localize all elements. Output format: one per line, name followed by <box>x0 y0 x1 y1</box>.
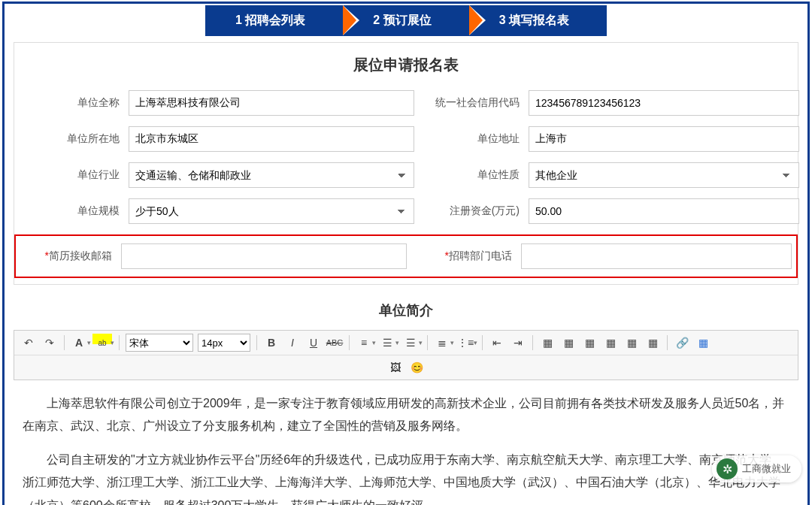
link-button[interactable]: 🔗 <box>672 334 692 352</box>
bold-button[interactable]: B <box>262 334 281 352</box>
italic-button[interactable]: I <box>283 334 302 352</box>
toolbar-separator <box>119 335 120 350</box>
image-button[interactable]: 🖼 <box>386 358 405 376</box>
outdent-button[interactable]: ⇤ <box>487 334 507 352</box>
intro-paragraph-2: 公司自主研发的"才立方就业协作云平台"历经6年的升级迭代，已成功应用于东南大学、… <box>23 449 789 505</box>
label-location: 单位所在地 <box>23 132 129 146</box>
page-container: 1 招聘会列表 2 预订展位 3 填写报名表 展位申请报名表 单位全称 统一社会… <box>2 2 810 505</box>
align-left-button[interactable]: ≡ <box>354 334 374 352</box>
label-company-name: 单位全称 <box>23 96 129 110</box>
intro-title: 单位简介 <box>5 301 807 319</box>
toolbar-separator <box>532 335 533 350</box>
font-size-select[interactable]: 14px <box>198 334 250 352</box>
toolbar-separator <box>64 335 65 350</box>
line-height-button[interactable]: ☰ <box>377 334 397 352</box>
table-delete-row-button[interactable]: ▦ <box>580 334 599 352</box>
step-bar: 1 招聘会列表 2 预订展位 3 填写报名表 <box>5 4 807 38</box>
input-resume-email[interactable] <box>121 243 407 269</box>
emoji-button[interactable]: 😊 <box>407 358 426 376</box>
form-grid: 单位全称 统一社会信用代码 单位所在地 单位地址 单位行业 交通运输、仓储和邮政… <box>14 90 798 224</box>
input-company-name[interactable] <box>129 90 414 116</box>
merge-cells-button[interactable]: ▦ <box>622 334 641 352</box>
unordered-list-button[interactable]: ⋮≡ <box>456 334 475 352</box>
indent-button[interactable]: ☰ <box>401 334 420 352</box>
split-cells-button[interactable]: ▦ <box>643 334 662 352</box>
table-insert-row-button[interactable]: ▦ <box>538 334 557 352</box>
label-hr-phone: *招聘部门电话 <box>407 249 521 263</box>
label-resume-email: *简历接收邮箱 <box>25 249 121 263</box>
toolbar-separator <box>427 335 428 350</box>
select-scale[interactable]: 少于50人 <box>129 198 414 224</box>
wechat-icon: ✲ <box>717 458 738 479</box>
table-insert-col-button[interactable]: ▦ <box>559 334 578 352</box>
ordered-list-button[interactable]: ≣ <box>432 334 452 352</box>
highlight-button[interactable]: ab <box>92 334 112 352</box>
select-nature[interactable]: 其他企业 <box>529 162 799 188</box>
input-credit-code[interactable] <box>529 90 799 116</box>
input-location[interactable] <box>129 126 414 152</box>
select-industry[interactable]: 交通运输、仓储和邮政业 <box>129 162 414 188</box>
label-scale: 单位规模 <box>23 204 129 218</box>
input-hr-phone[interactable] <box>521 243 792 269</box>
underline-button[interactable]: U <box>304 334 323 352</box>
undo-button[interactable]: ↶ <box>19 334 38 352</box>
step-1[interactable]: 1 招聘会列表 <box>205 5 343 36</box>
input-capital[interactable] <box>529 198 799 224</box>
form-title: 展位申请报名表 <box>14 55 798 75</box>
toolbar-separator <box>482 335 483 350</box>
toolbar-separator <box>349 335 350 350</box>
strike-button[interactable]: ABC <box>325 334 344 352</box>
step-2[interactable]: 2 预订展位 <box>343 5 468 36</box>
intro-paragraph-1: 上海萃思软件有限公司创立于2009年，是一家专注于教育领域应用研发的高新技术企业… <box>23 392 789 438</box>
required-highlight-box: *简历接收邮箱 *招聘部门电话 <box>14 234 798 278</box>
toolbar-separator <box>667 335 668 350</box>
label-capital: 注册资金(万元) <box>414 204 529 218</box>
font-family-select[interactable]: 宋体 <box>126 334 193 352</box>
input-address[interactable] <box>529 126 799 152</box>
form-card: 展位申请报名表 单位全称 统一社会信用代码 单位所在地 单位地址 单位行业 交通… <box>14 42 798 285</box>
step-3[interactable]: 3 填写报名表 <box>469 5 607 36</box>
label-credit-code: 统一社会信用代码 <box>414 96 529 110</box>
font-color-button[interactable]: A <box>69 334 89 352</box>
label-industry: 单位行业 <box>23 168 129 182</box>
editor-content[interactable]: 上海萃思软件有限公司创立于2009年，是一家专注于教育领域应用研发的高新技术企业… <box>5 380 807 505</box>
indent2-button[interactable]: ⇥ <box>508 334 528 352</box>
editor-toolbar: ↶ ↷ A▾ ab▾ 宋体 14px B I U ABC ≡▾ ☰▾ ☰▾ ≣▾… <box>14 330 798 380</box>
label-address: 单位地址 <box>414 132 529 146</box>
toolbar-separator <box>256 335 257 350</box>
table-delete-col-button[interactable]: ▦ <box>601 334 620 352</box>
label-nature: 单位性质 <box>414 168 529 182</box>
watermark-text: 工商微就业 <box>742 462 791 476</box>
redo-button[interactable]: ↷ <box>40 334 59 352</box>
table-button[interactable]: ▦ <box>693 334 713 352</box>
wechat-watermark: ✲ 工商微就业 <box>712 455 801 482</box>
